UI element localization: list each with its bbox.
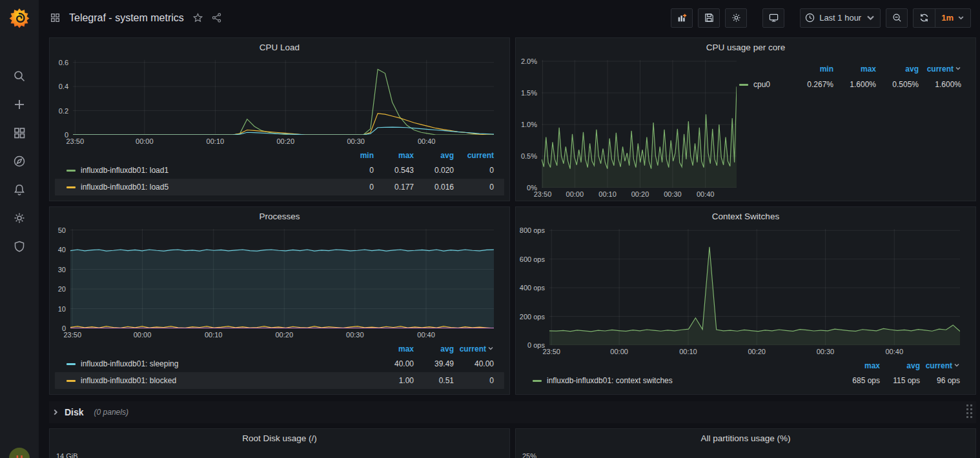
panel-title[interactable]: CPU usage per core <box>516 38 975 54</box>
panel-processes: Processes 01020304050 23:5000:0000:1000:… <box>49 206 510 395</box>
save-dashboard-button[interactable] <box>698 8 720 28</box>
create-icon[interactable] <box>0 90 39 119</box>
legend-row: influxdb-influxdb01: context switches 68… <box>521 372 970 389</box>
series-max: 685 ops <box>840 376 880 385</box>
y-axis: 00.20.40.6 <box>50 60 73 135</box>
series-current: 96 ops <box>920 376 960 385</box>
series-avg: 0.505% <box>876 80 919 89</box>
topbar: Telegraf - system metrics <box>39 0 980 35</box>
series-avg: 0.020 <box>414 166 454 175</box>
add-panel-button[interactable] <box>671 8 693 28</box>
series-label: influxdb-influxdb01: load1 <box>81 166 168 175</box>
row-disk[interactable]: Disk (0 panels) <box>49 401 976 423</box>
panel-title[interactable]: CPU Load <box>50 38 509 54</box>
zoom-out-time-button[interactable] <box>886 8 908 28</box>
plot-area[interactable] <box>70 229 494 328</box>
series-max: 1.00 <box>374 376 414 385</box>
refresh-group: 1m <box>913 8 971 28</box>
legend-header-current[interactable]: current <box>454 344 494 353</box>
legend-header-max[interactable]: max <box>374 151 414 160</box>
legend: min max avg current cpu0 0.267% 1.600% 0… <box>739 54 975 201</box>
sidebar: H <box>0 0 39 458</box>
dashboards-icon[interactable] <box>0 119 39 147</box>
panel-cpu-load: CPU Load 00.20.40.6 23:5000:0000:1000:20… <box>49 37 510 201</box>
series-max: 0.177 <box>374 183 414 192</box>
refresh-interval-dropdown[interactable]: 1m <box>935 9 970 27</box>
legend-header-max[interactable]: max <box>374 344 414 353</box>
series-avg: 115 ops <box>880 376 920 385</box>
series-color-dash <box>739 84 748 86</box>
sort-caret-icon <box>952 362 960 368</box>
legend-header-avg[interactable]: avg <box>414 344 454 353</box>
user-avatar[interactable]: H <box>9 448 30 458</box>
configuration-icon[interactable] <box>0 204 39 232</box>
row-panel-count: (0 panels) <box>94 408 128 417</box>
sort-caret-icon <box>486 345 494 352</box>
refresh-button[interactable] <box>914 9 935 27</box>
cycle-view-button[interactable] <box>762 8 784 28</box>
series-color-dash <box>66 170 76 172</box>
x-axis: 23:5000:0000:1000:2000:3000:40 <box>549 345 960 358</box>
main-area: Telegraf - system metrics <box>39 0 980 458</box>
series-color-dash <box>66 186 76 188</box>
legend-row: influxdb-influxdb01: load5 0 0.177 0.016… <box>55 179 504 195</box>
series-current: 1.600% <box>919 80 961 89</box>
legend-header-avg[interactable]: avg <box>876 65 919 74</box>
legend: min max avg current influxdb-influxdb01:… <box>50 148 509 201</box>
legend-header-min[interactable]: min <box>791 65 833 74</box>
y-axis: 0 ops200 ops400 ops600 ops800 ops <box>516 229 549 345</box>
panel-title[interactable]: Processes <box>50 207 509 223</box>
share-icon[interactable] <box>212 13 221 23</box>
legend-header-min[interactable]: min <box>334 151 374 160</box>
legend-row: cpu0 0.267% 1.600% 0.505% 1.600% <box>739 77 961 92</box>
series-max: 1.600% <box>833 80 876 89</box>
dashboard-settings-button[interactable] <box>725 8 747 28</box>
series-color-dash <box>533 380 542 382</box>
legend-header-current[interactable]: current <box>920 361 960 370</box>
plot-area[interactable] <box>73 60 494 135</box>
legend-row: influxdb-influxdb01: sleeping 40.00 39.4… <box>55 355 504 372</box>
clock-icon <box>805 13 815 23</box>
panel-title[interactable]: Context Switches <box>516 207 975 223</box>
legend-header-max[interactable]: max <box>840 361 880 370</box>
explore-icon[interactable] <box>0 147 39 175</box>
star-icon[interactable] <box>193 13 203 23</box>
series-label: influxdb-influxdb01: sleeping <box>81 359 178 368</box>
row-title: Disk <box>65 407 84 417</box>
plot-area[interactable] <box>549 229 960 345</box>
x-axis: 23:5000:0000:1000:2000:3000:40 <box>542 188 737 201</box>
legend-header-max[interactable]: max <box>833 65 876 74</box>
toolbar: Last 1 hour 1m <box>671 8 971 28</box>
time-range-picker[interactable]: Last 1 hour <box>800 8 881 28</box>
panel-all-partitions-usage: All partitions usage (%) 25% <box>515 428 976 458</box>
plot-area[interactable] <box>542 60 737 188</box>
y-axis-top-label: 14 GiB <box>56 452 78 458</box>
search-icon[interactable] <box>0 62 39 90</box>
legend: max avg current influxdb-influxdb01: con… <box>516 358 975 394</box>
drag-handle[interactable] <box>966 404 974 421</box>
series-label: influxdb-influxdb01: blocked <box>81 376 176 385</box>
legend-header-current[interactable]: current <box>919 65 961 74</box>
server-admin-icon[interactable] <box>0 232 39 261</box>
alerting-icon[interactable] <box>0 175 39 204</box>
chevron-right-icon <box>52 408 59 416</box>
legend-row: influxdb-influxdb01: blocked 1.00 0.51 0 <box>55 372 504 389</box>
legend-header-current[interactable]: current <box>454 151 494 160</box>
processes-chart[interactable]: 01020304050 23:5000:0000:1000:2000:3000:… <box>50 223 509 341</box>
cpu-load-chart[interactable]: 00.20.40.6 23:5000:0000:1000:2000:3000:4… <box>50 54 509 148</box>
series-label: influxdb-influxdb01: context switches <box>547 376 673 385</box>
series-min: 0 <box>334 183 374 192</box>
panel-title[interactable]: Root Disk usage (/) <box>50 429 509 444</box>
y-axis-top-label: 25% <box>522 452 536 458</box>
series-current: 0 <box>454 183 494 192</box>
panel-title[interactable]: All partitions usage (%) <box>516 429 975 444</box>
cpu-core-chart[interactable]: 0%0.5%1.0%1.5%2.0% 23:5000:0000:1000:200… <box>516 54 739 201</box>
grafana-logo[interactable] <box>0 0 39 35</box>
context-switches-chart[interactable]: 0 ops200 ops400 ops600 ops800 ops 23:500… <box>516 223 975 358</box>
dashboard-title: Telegraf - system metrics <box>69 12 184 24</box>
legend-header-avg[interactable]: avg <box>880 361 920 370</box>
legend-header-avg[interactable]: avg <box>414 151 454 160</box>
series-label: cpu0 <box>753 80 770 89</box>
x-axis: 23:5000:0000:1000:2000:3000:40 <box>70 328 494 341</box>
series-min: 0 <box>334 166 374 175</box>
